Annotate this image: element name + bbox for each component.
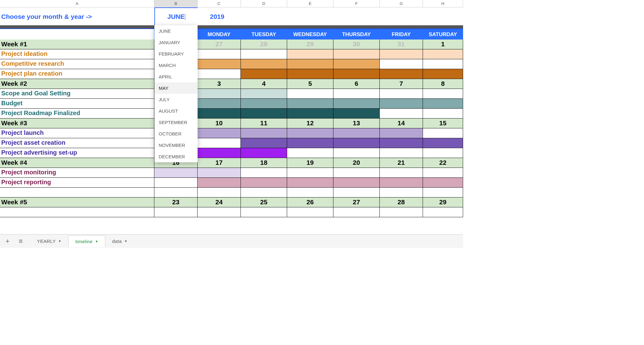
task-cell[interactable]: [380, 59, 423, 69]
date-cell[interactable]: 29: [287, 39, 333, 49]
task-cell[interactable]: [241, 59, 287, 69]
task-cell[interactable]: [333, 89, 380, 99]
date-cell[interactable]: 28: [241, 39, 287, 49]
task-label[interactable]: Project advertising set-up: [0, 148, 154, 158]
date-cell[interactable]: 20: [333, 158, 380, 168]
task-cell[interactable]: [241, 69, 287, 79]
date-cell[interactable]: 11: [241, 118, 287, 128]
empty-cell[interactable]: [154, 188, 198, 197]
empty-cell[interactable]: [423, 207, 463, 217]
dropdown-option-december[interactable]: DECEMBER: [154, 151, 198, 162]
empty-cell[interactable]: [287, 207, 333, 217]
task-cell[interactable]: [241, 89, 287, 99]
task-cell[interactable]: [423, 178, 463, 188]
week-label[interactable]: Week #2: [0, 79, 154, 89]
empty-cell[interactable]: [0, 207, 154, 217]
dropdown-option-september[interactable]: SEPTEMBER: [154, 117, 198, 128]
task-cell[interactable]: [380, 148, 423, 158]
task-cell[interactable]: [241, 148, 287, 158]
empty-cell[interactable]: [423, 188, 463, 197]
date-cell[interactable]: 28: [380, 197, 423, 207]
task-cell[interactable]: [241, 138, 287, 148]
column-header-A[interactable]: A: [0, 0, 154, 7]
date-cell[interactable]: 6: [333, 79, 380, 89]
task-cell[interactable]: [380, 89, 423, 99]
task-label[interactable]: Project asset creation: [0, 138, 154, 148]
column-header-E[interactable]: E: [287, 0, 333, 7]
task-cell[interactable]: [423, 128, 463, 138]
dropdown-option-october[interactable]: OCTOBER: [154, 128, 198, 139]
sheet-tab-yearly[interactable]: YEARLY▼: [30, 235, 69, 247]
task-cell[interactable]: [198, 99, 241, 109]
task-cell[interactable]: [287, 59, 333, 69]
task-cell[interactable]: [380, 49, 423, 59]
empty-cell[interactable]: [241, 207, 287, 217]
task-cell[interactable]: [333, 148, 380, 158]
column-header-B[interactable]: B: [154, 0, 198, 7]
column-header-G[interactable]: G: [380, 0, 423, 7]
task-cell[interactable]: [287, 89, 333, 99]
add-sheet-icon[interactable]: +: [4, 236, 11, 247]
date-cell[interactable]: 14: [380, 118, 423, 128]
empty-cell[interactable]: [0, 188, 154, 197]
date-cell[interactable]: 12: [287, 118, 333, 128]
column-header-D[interactable]: D: [241, 0, 287, 7]
task-cell[interactable]: [241, 109, 287, 118]
task-cell[interactable]: [198, 59, 241, 69]
task-cell[interactable]: [423, 148, 463, 158]
year-cell[interactable]: 2019: [198, 7, 241, 25]
dropdown-option-april[interactable]: APRIL: [154, 71, 198, 82]
task-cell[interactable]: [380, 178, 423, 188]
task-cell[interactable]: [333, 49, 380, 59]
task-cell[interactable]: [423, 89, 463, 99]
dropdown-option-july[interactable]: JULY: [154, 94, 198, 105]
dropdown-option-may[interactable]: MAY: [154, 82, 198, 94]
week-label[interactable]: Week #1: [0, 39, 154, 49]
sheet-tab-data[interactable]: data▼: [105, 235, 134, 247]
task-cell[interactable]: [241, 128, 287, 138]
task-cell[interactable]: [333, 59, 380, 69]
date-cell[interactable]: 27: [333, 197, 380, 207]
task-label[interactable]: Project launch: [0, 128, 154, 138]
task-label[interactable]: Project plan creation: [0, 69, 154, 79]
date-cell[interactable]: 31: [380, 39, 423, 49]
date-cell[interactable]: 27: [198, 39, 241, 49]
task-label[interactable]: Project Roadmap Finalized: [0, 109, 154, 118]
date-cell[interactable]: 17: [198, 158, 241, 168]
task-cell[interactable]: [198, 178, 241, 188]
date-cell[interactable]: 24: [198, 197, 241, 207]
task-cell[interactable]: [333, 109, 380, 118]
task-cell[interactable]: [198, 109, 241, 118]
task-cell[interactable]: [154, 168, 198, 178]
date-cell[interactable]: 7: [380, 79, 423, 89]
sheet-tab-timeline[interactable]: timeline▼: [68, 235, 105, 247]
dropdown-option-november[interactable]: NOVEMBER: [154, 139, 198, 151]
date-cell[interactable]: 29: [423, 197, 463, 207]
task-label[interactable]: Scope and Goal Setting: [0, 89, 154, 99]
task-cell[interactable]: [198, 168, 241, 178]
task-cell[interactable]: [423, 138, 463, 148]
date-cell[interactable]: 8: [423, 79, 463, 89]
all-sheets-icon[interactable]: ≡: [17, 236, 25, 247]
dropdown-option-february[interactable]: FEBRUARY: [154, 48, 198, 60]
task-cell[interactable]: [241, 178, 287, 188]
date-cell[interactable]: 1: [423, 39, 463, 49]
task-cell[interactable]: [423, 109, 463, 118]
task-cell[interactable]: [287, 128, 333, 138]
task-cell[interactable]: [333, 178, 380, 188]
empty-cell[interactable]: [333, 207, 380, 217]
task-label[interactable]: Budget: [0, 99, 154, 109]
task-label[interactable]: Competitive research: [0, 59, 154, 69]
task-cell[interactable]: [333, 128, 380, 138]
task-cell[interactable]: [198, 89, 241, 99]
task-cell[interactable]: [287, 168, 333, 178]
date-cell[interactable]: 10: [198, 118, 241, 128]
task-cell[interactable]: [241, 168, 287, 178]
task-cell[interactable]: [380, 109, 423, 118]
task-cell[interactable]: [333, 69, 380, 79]
date-cell[interactable]: 25: [241, 197, 287, 207]
dropdown-option-january[interactable]: JANUARY: [154, 37, 198, 48]
date-cell[interactable]: 21: [380, 158, 423, 168]
date-cell[interactable]: 30: [333, 39, 380, 49]
empty-cell[interactable]: [241, 188, 287, 197]
